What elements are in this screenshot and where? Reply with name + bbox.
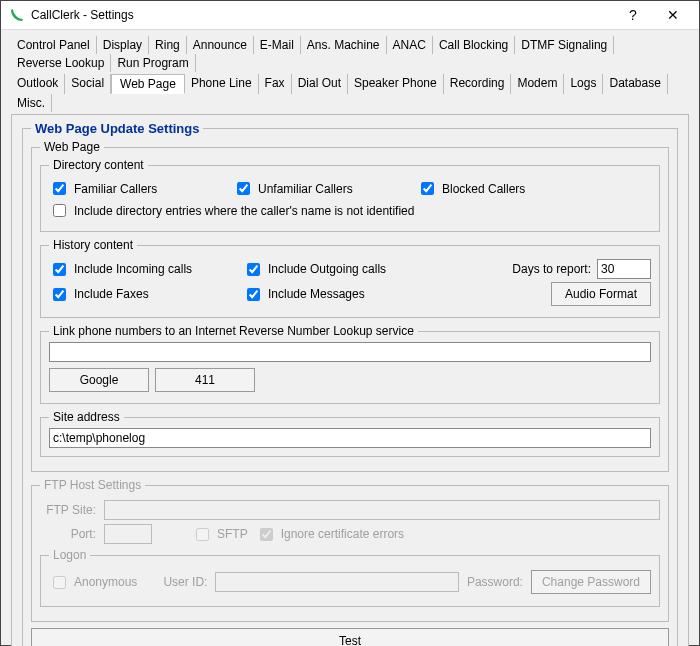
site-legend: Site address (49, 410, 124, 424)
history-legend: History content (49, 238, 137, 252)
cb-blocked-callers[interactable]: Blocked Callers (417, 179, 577, 198)
tab-call-blocking[interactable]: Call Blocking (433, 36, 515, 54)
days-input[interactable] (597, 259, 651, 279)
site-address-input[interactable] (49, 428, 651, 448)
cb-include-unidentified-label: Include directory entries where the call… (74, 204, 414, 218)
group-site-address: Site address (40, 410, 660, 457)
cb-include-messages-input[interactable] (247, 288, 260, 301)
tab-control-panel[interactable]: Control Panel (11, 36, 97, 54)
tab-anac[interactable]: ANAC (387, 36, 433, 54)
group-history-content: History content Include Incoming calls I… (40, 238, 660, 318)
cb-include-unidentified[interactable]: Include directory entries where the call… (49, 201, 414, 220)
tab-fax[interactable]: Fax (259, 74, 292, 94)
logon-legend: Logon (49, 548, 90, 562)
ftp-legend: FTP Host Settings (40, 478, 145, 492)
reverse-legend: Link phone numbers to an Internet Revers… (49, 324, 418, 338)
section-title: Web Page Update Settings (31, 121, 203, 136)
tab-display[interactable]: Display (97, 36, 149, 54)
tab-logs[interactable]: Logs (564, 74, 603, 94)
ftp-port-label: Port: (40, 527, 96, 541)
tab-e-mail[interactable]: E-Mail (254, 36, 301, 54)
group-web-page-legend: Web Page (40, 140, 104, 154)
group-web-page: Web Page Directory content Familiar Call… (31, 140, 669, 472)
tab-run-program[interactable]: Run Program (111, 54, 195, 72)
cb-include-incoming-input[interactable] (53, 263, 66, 276)
section-web-page-update: Web Page Update Settings Web Page Direct… (22, 121, 678, 646)
userid-input (215, 572, 459, 592)
cb-blocked-callers-label: Blocked Callers (442, 182, 525, 196)
cb-unfamiliar-callers[interactable]: Unfamiliar Callers (233, 179, 393, 198)
group-logon: Logon Anonymous User ID: Password: Chang… (40, 548, 660, 607)
411-button[interactable]: 411 (155, 368, 255, 392)
tab-reverse-lookup[interactable]: Reverse Lookup (11, 54, 111, 72)
cb-anonymous-label: Anonymous (74, 575, 137, 589)
days-label: Days to report: (512, 262, 591, 276)
group-reverse-lookup: Link phone numbers to an Internet Revers… (40, 324, 660, 404)
tab-dtmf-signaling[interactable]: DTMF Signaling (515, 36, 614, 54)
cb-ignore-cert-label: Ignore certificate errors (281, 527, 404, 541)
change-password-button: Change Password (531, 570, 651, 594)
cb-anonymous: Anonymous (49, 573, 137, 592)
test-button[interactable]: Test (31, 628, 669, 646)
cb-ignore-cert: Ignore certificate errors (256, 525, 404, 544)
tab-row-2: OutlookSocialWeb PagePhone LineFaxDial O… (11, 74, 689, 112)
audio-format-button[interactable]: Audio Format (551, 282, 651, 306)
tab-misc-[interactable]: Misc. (11, 94, 52, 112)
tab-dial-out[interactable]: Dial Out (292, 74, 348, 94)
ftp-port-input (104, 524, 152, 544)
ftp-site-label: FTP Site: (40, 503, 96, 517)
close-button[interactable]: ✕ (653, 1, 693, 29)
cb-include-outgoing-label: Include Outgoing calls (268, 262, 386, 276)
tab-recording[interactable]: Recording (444, 74, 512, 94)
cb-include-outgoing-input[interactable] (247, 263, 260, 276)
cb-familiar-callers-input[interactable] (53, 182, 66, 195)
directory-legend: Directory content (49, 158, 148, 172)
password-label: Password: (467, 575, 523, 589)
cb-include-faxes-input[interactable] (53, 288, 66, 301)
cb-familiar-callers-label: Familiar Callers (74, 182, 157, 196)
cb-unfamiliar-callers-label: Unfamiliar Callers (258, 182, 353, 196)
cb-include-incoming[interactable]: Include Incoming calls (49, 260, 219, 279)
cb-include-outgoing[interactable]: Include Outgoing calls (243, 260, 413, 279)
cb-anonymous-input (53, 576, 66, 589)
group-directory-content: Directory content Familiar Callers Unfam… (40, 158, 660, 232)
app-icon (9, 7, 25, 23)
cb-sftp-label: SFTP (217, 527, 248, 541)
tab-web-page[interactable]: Web Page (111, 74, 185, 94)
window-title: CallClerk - Settings (31, 8, 613, 22)
cb-include-unidentified-input[interactable] (53, 204, 66, 217)
google-button[interactable]: Google (49, 368, 149, 392)
userid-label: User ID: (163, 575, 207, 589)
tab-database[interactable]: Database (603, 74, 667, 94)
cb-include-messages-label: Include Messages (268, 287, 365, 301)
ftp-site-input (104, 500, 660, 520)
tab-outlook[interactable]: Outlook (11, 74, 65, 94)
cb-sftp: SFTP (192, 525, 248, 544)
cb-familiar-callers[interactable]: Familiar Callers (49, 179, 209, 198)
cb-include-faxes-label: Include Faxes (74, 287, 149, 301)
titlebar: CallClerk - Settings ? ✕ (1, 1, 699, 30)
cb-unfamiliar-callers-input[interactable] (237, 182, 250, 195)
cb-include-faxes[interactable]: Include Faxes (49, 285, 219, 304)
tab-speaker-phone[interactable]: Speaker Phone (348, 74, 444, 94)
tab-announce[interactable]: Announce (187, 36, 254, 54)
cb-ignore-cert-input (260, 528, 273, 541)
tab-ans-machine[interactable]: Ans. Machine (301, 36, 387, 54)
cb-include-incoming-label: Include Incoming calls (74, 262, 192, 276)
cb-sftp-input (196, 528, 209, 541)
cb-blocked-callers-input[interactable] (421, 182, 434, 195)
tab-ring[interactable]: Ring (149, 36, 187, 54)
help-button[interactable]: ? (613, 1, 653, 29)
cb-include-messages[interactable]: Include Messages (243, 285, 413, 304)
tab-modem[interactable]: Modem (511, 74, 564, 94)
group-ftp-host: FTP Host Settings FTP Site: Port: SFTP (31, 478, 669, 622)
tab-panel: Web Page Update Settings Web Page Direct… (11, 114, 689, 646)
tab-row-1: Control PanelDisplayRingAnnounceE-MailAn… (11, 36, 689, 72)
settings-window: CallClerk - Settings ? ✕ Control PanelDi… (0, 0, 700, 646)
reverse-url-input[interactable] (49, 342, 651, 362)
client-area: Control PanelDisplayRingAnnounceE-MailAn… (1, 30, 699, 646)
tab-phone-line[interactable]: Phone Line (185, 74, 259, 94)
tab-social[interactable]: Social (65, 74, 111, 94)
